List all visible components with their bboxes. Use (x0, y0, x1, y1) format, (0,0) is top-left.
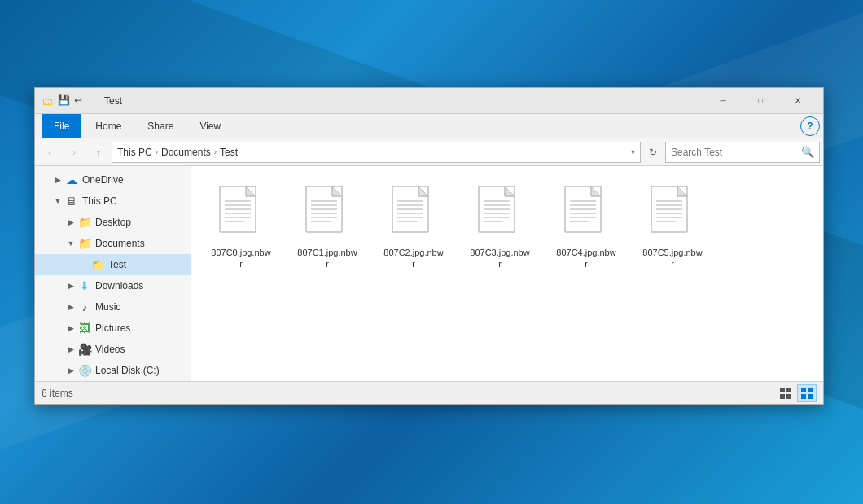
sidebar-item-downloads[interactable]: ▶ ⬇ Downloads (35, 275, 191, 296)
sidebar-label-local-disk: Local Disk (C:) (95, 365, 160, 376)
status-item-count: 6 items (42, 388, 776, 399)
list-item[interactable]: 807C1.jpg.nbwr (291, 179, 364, 276)
pictures-icon: 🖼 (77, 321, 92, 335)
svg-rect-53 (808, 388, 813, 392)
minimize-button[interactable]: ─ (704, 88, 742, 114)
file-icon (217, 185, 265, 243)
view-buttons (776, 384, 817, 402)
folder-icon: 🗂 (42, 94, 55, 107)
file-icon (389, 185, 438, 243)
sidebar-label-this-pc: This PC (82, 195, 117, 207)
file-name: 807C1.jpg.nbwr (296, 247, 358, 270)
file-name: 807C5.jpg.nbwr (642, 247, 703, 270)
this-pc-icon: 🖥 (64, 194, 79, 208)
search-icon[interactable]: 🔍 (801, 146, 814, 158)
path-this-pc[interactable]: This PC (117, 147, 152, 158)
svg-rect-52 (801, 388, 806, 392)
expand-icon-test (77, 258, 90, 271)
chevron-icon-2: › (214, 147, 217, 156)
path-dropdown-icon[interactable]: ▾ (631, 147, 635, 156)
tab-view[interactable]: View (187, 114, 233, 138)
refresh-button[interactable]: ↻ (642, 142, 664, 163)
list-item[interactable]: 807C2.jpg.nbwr (377, 179, 450, 276)
close-button[interactable]: ✕ (779, 88, 817, 114)
expand-icon-onedrive: ▶ (51, 173, 64, 186)
list-item[interactable]: 807C5.jpg.nbwr (636, 179, 709, 276)
quicksave-icon: 💾 (58, 94, 71, 107)
chevron-icon-1: › (156, 147, 158, 156)
file-name: 807C0.jpg.nbwr (210, 247, 272, 270)
sidebar-item-local-disk[interactable]: ▶ 💿 Local Disk (C:) (35, 360, 191, 381)
list-item[interactable]: 807C4.jpg.nbwr (550, 179, 623, 276)
ribbon-tabs: File Home Share View ? (35, 114, 823, 138)
path-test[interactable]: Test (220, 147, 238, 158)
title-icons: 🗂 💾 ↩ (42, 94, 87, 107)
forward-button[interactable]: › (63, 142, 85, 163)
expand-icon-downloads: ▶ (64, 279, 77, 292)
sidebar-item-this-pc[interactable]: ▼ 🖥 This PC (35, 191, 191, 212)
music-icon: ♪ (77, 300, 92, 314)
svg-rect-51 (786, 394, 791, 399)
title-text: Test (104, 95, 704, 107)
list-item[interactable]: 807C0.jpg.nbwr (204, 179, 278, 276)
sidebar-item-onedrive[interactable]: ▶ ☁ OneDrive (35, 169, 191, 191)
address-path[interactable]: This PC › Documents › Test ▾ (112, 142, 641, 163)
desktop-icon: 📁 (77, 215, 92, 230)
file-icon (648, 185, 697, 243)
title-separator (99, 94, 99, 108)
svg-rect-50 (780, 394, 785, 399)
search-box[interactable]: 🔍 (665, 142, 820, 163)
address-bar: ‹ › ↑ This PC › Documents › Test ▾ ↻ 🔍 (35, 138, 823, 166)
undo-icon: ↩ (74, 94, 87, 107)
tab-share[interactable]: Share (135, 114, 186, 138)
expand-icon-videos: ▶ (64, 343, 77, 356)
tab-file[interactable]: File (42, 114, 81, 138)
svg-rect-48 (780, 388, 785, 392)
file-area: 807C0.jpg.nbwr 807C1.jpg. (191, 166, 823, 381)
explorer-window: 🗂 💾 ↩ Test ─ □ ✕ File Home Share View ? … (34, 87, 824, 405)
help-button[interactable]: ? (800, 116, 820, 136)
svg-rect-54 (801, 394, 806, 399)
sidebar-item-test[interactable]: 📁 Test (35, 254, 191, 275)
expand-icon-local-disk: ▶ (64, 364, 77, 377)
search-input[interactable] (671, 147, 801, 158)
sidebar-item-pictures[interactable]: ▶ 🖼 Pictures (35, 318, 191, 339)
nav-pane: ▶ ☁ OneDrive ▼ 🖥 This PC ▶ 📁 Desktop ▼ 📁… (35, 166, 191, 381)
expand-icon-pictures: ▶ (64, 322, 77, 335)
sidebar-label-pictures: Pictures (95, 322, 130, 334)
tab-home[interactable]: Home (83, 114, 134, 138)
sidebar-label-desktop: Desktop (95, 217, 131, 228)
svg-rect-49 (786, 388, 791, 392)
downloads-icon: ⬇ (77, 278, 92, 293)
test-folder-icon: 📁 (90, 257, 105, 272)
sidebar-label-onedrive: OneDrive (82, 174, 124, 186)
file-icon (303, 185, 352, 243)
sidebar-label-test: Test (108, 259, 126, 270)
up-button[interactable]: ↑ (87, 142, 110, 163)
maximize-button[interactable]: □ (742, 88, 779, 114)
title-bar: 🗂 💾 ↩ Test ─ □ ✕ (35, 88, 823, 114)
list-item[interactable]: 807C3.jpg.nbwr (463, 179, 537, 276)
expand-icon-desktop: ▶ (64, 216, 77, 229)
main-content: ▶ ☁ OneDrive ▼ 🖥 This PC ▶ 📁 Desktop ▼ 📁… (35, 166, 823, 381)
sidebar-item-documents[interactable]: ▼ 📁 Documents (35, 233, 191, 254)
sidebar-item-videos[interactable]: ▶ 🎥 Videos (35, 339, 191, 360)
expand-icon-this-pc: ▼ (51, 195, 64, 208)
sidebar-label-music: Music (95, 301, 120, 313)
detail-view-button[interactable] (797, 384, 817, 402)
onedrive-icon: ☁ (64, 173, 79, 187)
sidebar-item-music[interactable]: ▶ ♪ Music (35, 296, 191, 318)
sidebar-item-desktop[interactable]: ▶ 📁 Desktop (35, 212, 191, 233)
file-icon (562, 185, 611, 243)
videos-icon: 🎥 (77, 342, 92, 357)
file-name: 807C3.jpg.nbwr (469, 247, 531, 270)
documents-icon: 📁 (77, 236, 92, 251)
expand-icon-music: ▶ (64, 300, 77, 313)
status-bar: 6 items (35, 381, 823, 404)
sidebar-label-documents: Documents (95, 238, 145, 249)
back-button[interactable]: ‹ (38, 142, 61, 163)
grid-view-button[interactable] (776, 384, 795, 402)
sidebar-label-videos: Videos (95, 344, 125, 355)
file-grid: 807C0.jpg.nbwr 807C1.jpg. (204, 179, 810, 276)
path-documents[interactable]: Documents (161, 147, 211, 158)
